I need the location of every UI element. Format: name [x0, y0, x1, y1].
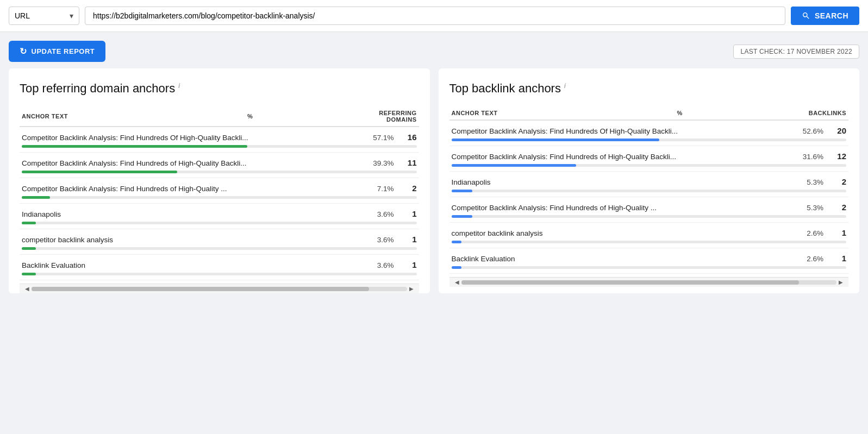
right-col-pct: %: [646, 106, 685, 120]
right-panel-info-icon[interactable]: i: [564, 82, 566, 90]
search-button[interactable]: SEARCH: [791, 7, 859, 25]
bar-fill: [452, 215, 473, 218]
right-panel-table: ANCHOR TEXT % BACKLINKS Competitor Backl…: [449, 106, 849, 274]
count-value: 2: [830, 177, 846, 186]
action-bar: ↻ UPDATE REPORT LAST CHECK: 17 NOVEMBER …: [0, 32, 868, 68]
count-value: 2: [830, 203, 846, 212]
anchor-text: competitor backlink analysis: [452, 229, 800, 237]
pct-value: 5.3%: [802, 204, 828, 212]
bar-fill: [22, 171, 177, 173]
bar-container: [22, 222, 417, 224]
main-content: Top referring domain anchors i ANCHOR TE…: [0, 68, 868, 302]
bar-container: [452, 139, 847, 141]
anchor-text: Competitor Backlink Analysis: Find Hundr…: [22, 134, 370, 142]
bar-fill: [452, 139, 659, 141]
table-row: Competitor Backlink Analysis: Find Hundr…: [449, 197, 849, 223]
url-input[interactable]: [85, 7, 785, 25]
bar-container: [22, 196, 417, 199]
count-value: 1: [830, 254, 846, 263]
left-scroll-thumb: [32, 287, 369, 291]
left-panel-info-icon[interactable]: i: [178, 82, 180, 90]
table-row: Competitor Backlink Analysis: Find Hundr…: [20, 178, 419, 204]
table-row: Competitor Backlink Analysis: Find Hundr…: [449, 146, 849, 172]
refresh-icon: ↻: [20, 46, 27, 56]
bar-container: [452, 190, 847, 192]
table-row: Backlink Evaluation 2.6% 1: [449, 248, 849, 274]
right-scrollbar[interactable]: ◀ ▶: [449, 277, 849, 287]
pct-value: 3.6%: [372, 261, 398, 269]
count-value: 11: [401, 158, 417, 167]
right-scroll-thumb: [461, 280, 799, 285]
bar-container: [22, 247, 417, 250]
table-row: Indianapolis 5.3% 2: [449, 172, 849, 197]
bar-container: [22, 145, 417, 148]
left-scroll-left-arrow[interactable]: ◀: [23, 286, 32, 292]
bar-fill: [22, 273, 36, 275]
anchor-text: Indianapolis: [22, 210, 370, 218]
anchor-text: Indianapolis: [452, 178, 800, 186]
table-row: Competitor Backlink Analysis: Find Hundr…: [20, 153, 419, 178]
count-value: 1: [401, 260, 417, 269]
pct-value: 52.6%: [802, 127, 828, 135]
pct-value: 3.6%: [372, 210, 398, 218]
update-report-label: UPDATE REPORT: [32, 47, 95, 55]
bar-fill: [452, 164, 577, 167]
right-col-backlinks: BACKLINKS: [685, 106, 848, 120]
update-report-button[interactable]: ↻ UPDATE REPORT: [9, 41, 105, 62]
bar-fill: [22, 145, 247, 148]
bar-fill: [22, 222, 36, 224]
anchor-text: Backlink Evaluation: [452, 255, 800, 263]
right-scroll-right-arrow[interactable]: ▶: [836, 279, 845, 285]
pct-value: 5.3%: [802, 178, 828, 186]
pct-value: 7.1%: [372, 185, 398, 193]
left-panel-table: ANCHOR TEXT % REFERRING DOMAINS Competit…: [20, 106, 419, 280]
count-value: 12: [830, 152, 846, 161]
bar-container: [452, 215, 847, 218]
pct-value: 2.6%: [802, 229, 828, 237]
last-check-label: LAST CHECK: 17 NOVEMBER 2022: [733, 45, 859, 59]
anchor-text: Competitor Backlink Analysis: Find Hundr…: [22, 159, 370, 167]
anchor-text: Competitor Backlink Analysis: Find Hundr…: [452, 153, 800, 161]
left-panel-title: Top referring domain anchors i: [20, 81, 419, 96]
count-value: 1: [830, 228, 846, 237]
type-select[interactable]: URLDomainSubdomain: [9, 7, 70, 24]
pct-value: 39.3%: [372, 159, 398, 167]
right-panel-title: Top backlink anchors i: [449, 81, 849, 96]
anchor-text: Competitor Backlink Analysis: Find Hundr…: [22, 185, 370, 193]
left-col-anchor: ANCHOR TEXT: [20, 106, 216, 127]
anchor-text: Competitor Backlink Analysis: Find Hundr…: [452, 204, 800, 212]
bar-fill: [22, 247, 36, 250]
search-label: SEARCH: [815, 11, 848, 20]
bar-fill: [452, 266, 462, 269]
top-bar: URLDomainSubdomain SEARCH: [0, 0, 868, 32]
search-icon: [802, 11, 810, 20]
bar-container: [22, 171, 417, 173]
bar-fill: [452, 190, 473, 192]
pct-value: 3.6%: [372, 236, 398, 244]
right-scroll-left-arrow[interactable]: ◀: [453, 279, 461, 285]
url-select-wrapper: URLDomainSubdomain: [9, 7, 79, 25]
bar-container: [22, 273, 417, 275]
pct-value: 31.6%: [802, 153, 828, 161]
anchor-text: competitor backlink analysis: [22, 236, 370, 244]
right-col-anchor: ANCHOR TEXT: [449, 106, 646, 120]
table-row: Competitor Backlink Analysis: Find Hundr…: [449, 120, 849, 146]
bar-container: [452, 164, 847, 167]
pct-value: 2.6%: [802, 255, 828, 263]
count-value: 1: [401, 235, 417, 244]
table-row: Competitor Backlink Analysis: Find Hundr…: [20, 127, 419, 153]
left-scroll-right-arrow[interactable]: ▶: [407, 286, 416, 292]
right-scroll-track[interactable]: [461, 280, 837, 285]
bar-container: [452, 266, 847, 269]
left-scroll-track[interactable]: [32, 287, 407, 291]
table-row: Backlink Evaluation 3.6% 1: [20, 255, 419, 280]
left-scrollbar[interactable]: ◀ ▶: [20, 284, 419, 293]
pct-value: 57.1%: [372, 134, 398, 142]
count-value: 16: [401, 133, 417, 142]
left-panel: Top referring domain anchors i ANCHOR TE…: [9, 68, 430, 293]
table-row: Indianapolis 3.6% 1: [20, 204, 419, 229]
anchor-text: Backlink Evaluation: [22, 261, 370, 269]
left-col-pct: %: [216, 106, 255, 127]
bar-container: [452, 241, 847, 243]
table-row: competitor backlink analysis 3.6% 1: [20, 229, 419, 255]
